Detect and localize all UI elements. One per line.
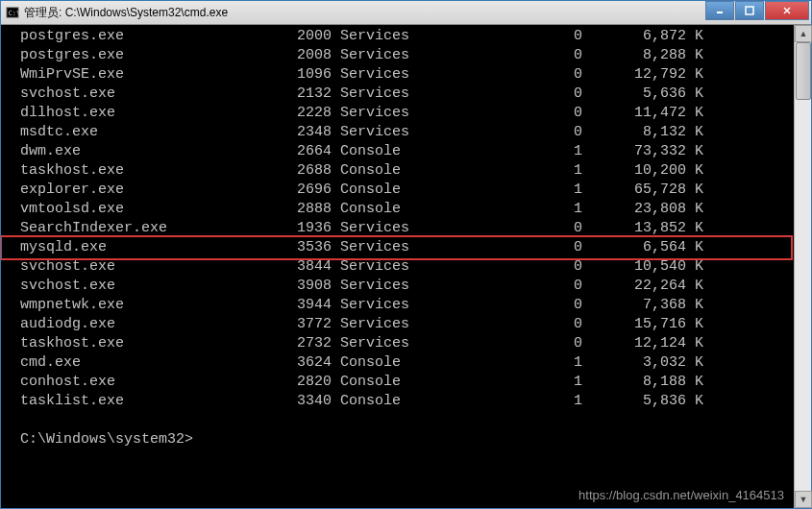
maximize-button[interactable]: [735, 1, 764, 20]
minimize-button[interactable]: [705, 1, 734, 20]
process-row: postgres.exe 2008 Services 0 8,288 K: [20, 46, 794, 65]
console-output[interactable]: postgres.exe 2000 Services 0 6,872 Kpost…: [1, 25, 794, 508]
process-row: explorer.exe 2696 Console 1 65,728 K: [20, 181, 794, 200]
watermark: https://blog.csdn.net/weixin_4164513: [578, 488, 784, 502]
process-row: tasklist.exe 3340 Console 1 5,836 K: [20, 392, 794, 411]
scrollbar-thumb[interactable]: [796, 42, 811, 100]
process-row: msdtc.exe 2348 Services 0 8,132 K: [20, 123, 794, 142]
scroll-up-button[interactable]: ▲: [795, 25, 812, 42]
svg-text:C:\: C:\: [9, 10, 19, 17]
process-row: cmd.exe 3624 Console 1 3,032 K: [20, 353, 794, 373]
process-row: dwm.exe 2664 Console 1 73,332 K: [20, 142, 794, 161]
cmd-icon: C:\: [5, 5, 20, 20]
window-title: 管理员: C:\Windows\System32\cmd.exe: [24, 5, 704, 21]
scroll-down-button[interactable]: ▼: [795, 491, 812, 508]
window-controls: [704, 1, 809, 24]
process-row: mysqld.exe 3536 Services 0 6,564 K: [20, 238, 794, 257]
cmd-window: C:\ 管理员: C:\Windows\System32\cmd.exe pos…: [0, 0, 812, 509]
process-row: svchost.exe 2132 Services 0 5,636 K: [20, 85, 794, 104]
process-row: audiodg.exe 3772 Services 0 15,716 K: [20, 315, 794, 334]
close-button[interactable]: [765, 1, 809, 20]
command-prompt[interactable]: C:\Windows\system32>: [20, 430, 794, 449]
titlebar: C:\ 管理员: C:\Windows\System32\cmd.exe: [1, 1, 811, 25]
process-row: SearchIndexer.exe 1936 Services 0 13,852…: [20, 219, 794, 238]
process-row: svchost.exe 3844 Services 0 10,540 K: [20, 257, 794, 277]
scrollbar[interactable]: ▲ ▼: [794, 25, 811, 508]
process-row: dllhost.exe 2228 Services 0 11,472 K: [20, 104, 794, 123]
process-row: WmiPrvSE.exe 1096 Services 0 12,792 K: [20, 65, 794, 85]
svg-rect-3: [746, 7, 753, 14]
process-row: postgres.exe 2000 Services 0 6,872 K: [20, 27, 794, 46]
process-row: vmtoolsd.exe 2888 Console 1 23,808 K: [20, 200, 794, 219]
process-row: conhost.exe 2820 Console 1 8,188 K: [20, 373, 794, 392]
process-row: wmpnetwk.exe 3944 Services 0 7,368 K: [20, 296, 794, 315]
process-row: svchost.exe 3908 Services 0 22,264 K: [20, 277, 794, 296]
process-row: taskhost.exe 2688 Console 1 10,200 K: [20, 161, 794, 181]
process-row: taskhost.exe 2732 Services 0 12,124 K: [20, 334, 794, 353]
